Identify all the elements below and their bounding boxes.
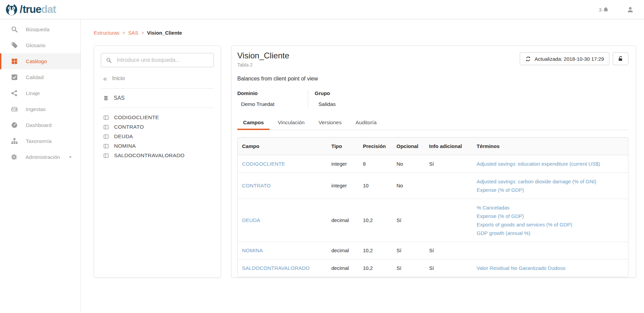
fields-table-header: CampoTipoPrecisiónOpcionalInfo adicional… <box>238 137 628 155</box>
field-tipo-cell: decimal <box>327 242 358 259</box>
search-icon <box>106 57 112 63</box>
tree-back-button[interactable]: « Inicio <box>103 75 214 81</box>
top-navbar: /truedat 3 <box>0 0 644 19</box>
structure-detail-panel: Vision_Cliente Tabla 2 Actualizada: 2018… <box>231 45 636 278</box>
sidebar: BúsquedaGlosarioCatálogoCalidadLinajeIng… <box>0 19 81 313</box>
sidebar-item-dashboard[interactable]: Dashboard <box>0 117 80 133</box>
sitemap-icon <box>11 137 18 145</box>
notifications-button[interactable]: 3 <box>599 6 609 13</box>
sidebar-item-glosario[interactable]: Glosario <box>0 37 80 53</box>
tree-system-label: SAS <box>114 95 125 101</box>
tree-divider <box>101 88 214 89</box>
field-terms-cell: Valor Residual No Garantizado Dudoso <box>472 259 628 277</box>
gear-icon <box>11 153 18 161</box>
tab-vinculacion[interactable]: Vinculación <box>272 116 310 130</box>
sidebar-item-catalogo[interactable]: Catálogo <box>0 53 80 69</box>
grid-icon <box>11 58 18 65</box>
tree-divider <box>101 108 214 108</box>
field-tipo-cell: decimal <box>327 259 358 277</box>
sidebar-item-label: Taxonomía <box>26 138 52 144</box>
term-link[interactable]: Exports of goods and services (% of GDP) <box>477 220 624 229</box>
sidebar-item-label: Ingestas <box>26 106 46 112</box>
term-link[interactable]: Expense (% of GDP) <box>477 186 624 194</box>
unlock-button[interactable] <box>613 52 628 65</box>
field-tipo-cell: decimal <box>327 199 358 242</box>
table-row: SALDOCONTRAVALORADOdecimal10,2SíSíValor … <box>238 259 628 277</box>
check-square-icon <box>11 74 18 81</box>
truedat-logo[interactable]: /truedat <box>5 3 56 16</box>
tree-table-label: DEUDA <box>114 133 133 140</box>
term-link[interactable]: Valor Residual No Garantizado Dudoso <box>477 264 624 272</box>
field-info-cell: Sí <box>425 242 472 259</box>
sidebar-item-label: Glosario <box>26 42 45 49</box>
tree-table-item[interactable]: CONTRATO <box>103 124 214 130</box>
term-link[interactable]: GDP growth (annual %) <box>477 229 624 237</box>
column-header: Tipo <box>327 137 358 155</box>
double-angle-left-icon: « <box>103 76 107 81</box>
field-precision-cell: 10,2 <box>358 242 392 259</box>
field-opcional-cell: No <box>392 155 425 173</box>
user-menu-button[interactable] <box>627 6 634 13</box>
field-opcional-cell: Sí <box>392 242 425 259</box>
field-name-cell: DEUDA <box>238 199 327 242</box>
logo-wordmark: /truedat <box>20 3 56 16</box>
sidebar-item-label: Calidad <box>26 74 44 80</box>
unlock-icon <box>618 56 624 62</box>
domain-label: Dominio <box>237 90 308 96</box>
term-link[interactable]: Adjusted savings: carbon dioxide damage … <box>477 177 624 186</box>
sidebar-item-busqueda[interactable]: Búsqueda <box>0 21 80 37</box>
tree-table-list: CODIGOCLIENTECONTRATODEUDANOMINASALDOCON… <box>103 114 214 159</box>
breadcrumb-separator: > <box>123 30 125 35</box>
tree-table-item[interactable]: DEUDA <box>103 133 214 140</box>
term-link[interactable]: % Canceladas <box>477 203 624 212</box>
tree-back-label: Inicio <box>112 75 125 81</box>
term-link[interactable]: Adjusted savings: education expenditure … <box>477 160 624 168</box>
table-row: NOMINAdecimal10,2SíSí <box>238 242 628 259</box>
field-tipo-cell: integer <box>327 155 358 173</box>
meta-row: Dominio Demo Truedat Grupo Salidas <box>237 90 628 107</box>
breadcrumb: Estructuras>SAS>Vision_Cliente <box>94 30 644 36</box>
tab-auditoria[interactable]: Auditoría <box>350 116 382 130</box>
columns-icon <box>103 115 109 121</box>
field-link[interactable]: NOMINA <box>242 247 263 253</box>
field-link[interactable]: CODIGOCLIENTE <box>242 161 285 167</box>
field-name-cell: SALDOCONTRAVALORADO <box>238 259 327 277</box>
columns-icon <box>103 124 109 130</box>
chevron-down-icon <box>68 155 73 160</box>
breadcrumb-link[interactable]: Estructuras <box>94 30 119 36</box>
tree-search-box <box>101 53 214 67</box>
field-link[interactable]: CONTRATO <box>242 183 271 188</box>
refresh-icon <box>525 56 531 62</box>
user-icon <box>627 6 634 13</box>
columns-icon <box>103 153 109 159</box>
column-header: Campo <box>238 137 327 155</box>
sidebar-item-ingestas[interactable]: Ingestas <box>0 101 80 117</box>
share-icon <box>11 90 18 97</box>
field-precision-cell: 10 <box>358 173 392 199</box>
field-link[interactable]: SALDOCONTRAVALORADO <box>242 265 310 271</box>
field-name-cell: CODIGOCLIENTE <box>238 155 327 173</box>
field-link[interactable]: DEUDA <box>242 217 260 223</box>
field-opcional-cell: Sí <box>392 259 425 277</box>
tab-campos[interactable]: Campos <box>237 116 270 130</box>
tree-table-item[interactable]: CODIGOCLIENTE <box>103 114 214 121</box>
sidebar-item-linaje[interactable]: Linaje <box>0 85 80 101</box>
tree-table-item[interactable]: NOMINA <box>103 143 214 149</box>
sidebar-item-taxonomia[interactable]: Taxonomía <box>0 133 80 149</box>
tab-versiones[interactable]: Versiones <box>313 116 347 130</box>
sidebar-nav: BúsquedaGlosarioCatálogoCalidadLinajeIng… <box>0 21 80 165</box>
tree-table-label: CODIGOCLIENTE <box>114 114 159 121</box>
field-info-cell <box>425 199 472 242</box>
sidebar-item-administracion[interactable]: Administración <box>0 149 80 165</box>
term-link[interactable]: Expense (% of GDP) <box>477 212 624 220</box>
breadcrumb-link[interactable]: SAS <box>128 30 138 36</box>
updated-label: Actualizada: 2018-10-30 17:29 <box>535 56 604 62</box>
column-header: Info adicional <box>425 137 472 155</box>
sidebar-item-calidad[interactable]: Calidad <box>0 69 80 85</box>
tree-table-item[interactable]: SALDOCONTRAVALORADO <box>103 152 214 159</box>
refresh-updated-button[interactable]: Actualizada: 2018-10-30 17:29 <box>520 52 609 65</box>
tree-table-label: CONTRATO <box>114 124 144 130</box>
tree-search-input[interactable] <box>116 57 209 63</box>
tree-system-sas[interactable]: SAS <box>103 95 214 101</box>
bell-icon <box>603 6 609 13</box>
